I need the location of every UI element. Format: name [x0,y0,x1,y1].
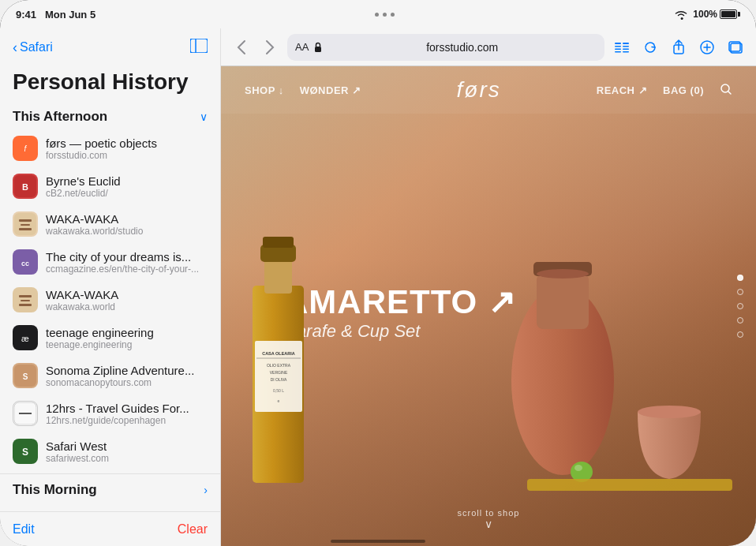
reach-nav-link[interactable]: REACH ↗ [597,84,647,96]
back-label: Safari [20,40,53,54]
svg-rect-44 [263,237,294,248]
website-content: SHOP ↓ WØNDER ↗ førs REACH ↗ BAG (0) [221,66,756,546]
svg-text:æ: æ [21,334,29,343]
svg-rect-24 [315,47,321,52]
svg-text:CASA OLEARIA: CASA OLEARIA [262,351,295,356]
edit-button[interactable]: Edit [13,522,35,537]
add-tab-button[interactable] [696,36,718,58]
history-item[interactable]: S Sonoma Zipline Adventure... sonomacano… [0,357,220,395]
site-logo: førs [457,77,501,103]
svg-point-59 [574,465,582,471]
svg-rect-7 [19,219,32,222]
history-list: f førs — poetic objects forsstudio.com B [0,129,220,511]
item-url: wakawaka.world [46,301,208,312]
nav-right: REACH ↗ BAG (0) [597,83,732,98]
item-text: 12hrs - Travel Guides For... 12hrs.net/g… [46,402,208,426]
svg-rect-13 [19,295,32,297]
scroll-label: scroll to shop [458,508,520,518]
shop-nav-link[interactable]: SHOP ↓ [245,84,284,96]
tabs-button[interactable] [724,36,747,58]
item-text: Byrne's Euclid cB2.net/euclid/ [46,174,208,199]
home-indicator [331,540,425,543]
slide-dot-2[interactable] [737,289,743,295]
wonder-nav-link[interactable]: WØNDER ↗ [300,84,361,96]
aa-text: AA [295,41,309,53]
history-item[interactable]: WAKA-WAKA wakawaka.world [0,281,220,319]
scroll-hint: scroll to shop ∨ [458,508,520,530]
svg-rect-26 [615,46,621,47]
browser-toolbar: AA forsstudio.com [221,28,756,66]
svg-rect-9 [19,228,32,230]
svg-rect-8 [21,224,30,226]
item-url: forsstudio.com [46,150,208,161]
favicon: cc [13,249,38,275]
reader-view-button[interactable] [611,36,633,58]
svg-text:S: S [22,447,28,458]
history-item[interactable]: S Safari West safariwest.com [0,432,220,470]
hero-image: SHOP ↓ WØNDER ↗ førs REACH ↗ BAG (0) [221,66,756,546]
panel-title: Personal History [0,66,220,101]
browser-panel: AA forsstudio.com [221,28,756,546]
status-right: 100% [674,9,740,20]
favicon [13,287,38,312]
lock-icon [313,42,323,53]
svg-rect-0 [190,39,208,53]
history-item[interactable]: cc The city of your dreams is... ccmagaz… [0,243,220,281]
svg-rect-28 [615,51,621,53]
item-url: ccmagazine.es/en/the-city-of-your-... [46,264,208,275]
slide-dot-3[interactable] [737,303,743,309]
sidebar-toggle-button[interactable] [190,39,208,56]
svg-rect-60 [527,479,732,491]
afternoon-chevron-icon[interactable]: ∨ [200,110,208,123]
svg-text:OLIO EXTRA: OLIO EXTRA [267,363,291,368]
favicon: æ [13,325,38,350]
wifi-icon [674,9,688,20]
history-item[interactable]: æ teenage engineering teenage.engineerin… [0,319,220,357]
morning-chevron-icon[interactable]: › [204,484,208,496]
svg-rect-32 [623,51,629,53]
site-navigation: SHOP ↓ WØNDER ↗ førs REACH ↗ BAG (0) [221,66,756,114]
item-text: førs — poetic objects forsstudio.com [46,136,208,161]
svg-rect-27 [615,48,621,50]
svg-rect-31 [623,48,629,50]
favicon: S [13,439,38,464]
share-button[interactable] [668,36,690,58]
slide-dot-1[interactable] [737,275,743,281]
ceramic-vase [496,223,630,491]
history-item[interactable]: f førs — poetic objects forsstudio.com [0,129,220,167]
svg-text:e: e [278,398,280,403]
favicon [13,211,38,237]
search-nav-button[interactable] [720,83,732,98]
svg-point-57 [638,406,701,418]
back-button[interactable] [230,36,253,58]
item-title: Safari West [46,439,208,453]
svg-rect-30 [623,46,629,47]
scroll-arrow-icon: ∨ [458,518,520,530]
address-bar[interactable]: AA forsstudio.com [287,34,604,61]
item-text: Sonoma Zipline Adventure... sonomacanopy… [46,364,208,388]
item-text: Safari West safariwest.com [46,439,208,464]
svg-text:DI OLIVA: DI OLIVA [271,377,287,382]
item-text: WAKA-WAKA wakawaka.world/studio [46,212,208,237]
clear-button[interactable]: Clear [178,522,208,537]
slide-dots [737,275,743,338]
forward-button[interactable] [259,36,281,58]
slide-dot-4[interactable] [737,317,743,323]
slide-dot-5[interactable] [737,331,743,338]
main-content: ‹ Safari Personal History This Afternoon… [0,28,756,546]
svg-text:0,50 L: 0,50 L [273,388,284,393]
svg-rect-14 [21,300,30,301]
back-chevron-icon: ‹ [13,39,17,56]
svg-point-56 [537,269,589,279]
favicon: f [13,136,38,161]
ipad-frame: 9:41 Mon Jun 5 100% [0,0,756,546]
item-title: The city of your dreams is... [46,250,208,264]
back-to-safari-button[interactable]: ‹ Safari [13,39,53,56]
refresh-button[interactable] [639,36,661,58]
history-item[interactable]: 12hrs - Travel Guides For... 12hrs.net/g… [0,395,220,432]
bag-nav-link[interactable]: BAG (0) [663,84,704,96]
item-url: 12hrs.net/guide/copenhagen [46,415,208,426]
history-item[interactable]: WAKA-WAKA wakawaka.world/studio [0,205,220,243]
status-time: 9:41 Mon Jun 5 [16,9,95,21]
history-item[interactable]: B Byrne's Euclid cB2.net/euclid/ [0,167,220,205]
